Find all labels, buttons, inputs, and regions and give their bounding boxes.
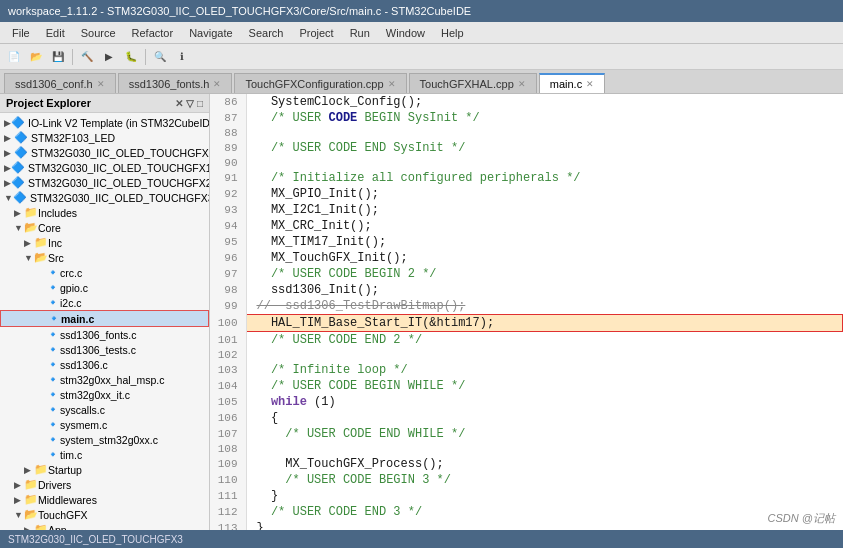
code-table: 86 SystemClock_Config(); 87 /* USER CODE… (210, 94, 843, 536)
sidebar-item-tim[interactable]: 🔹 tim.c (0, 447, 209, 462)
menu-help[interactable]: Help (433, 25, 472, 41)
line-num: 110 (210, 472, 246, 488)
debug-btn[interactable]: 🐛 (121, 47, 141, 67)
search-btn[interactable]: 🔍 (150, 47, 170, 67)
line-code: MX_CRC_Init(); (246, 218, 843, 234)
sidebar-item-fonts[interactable]: 🔹 ssd1306_fonts.c (0, 327, 209, 342)
sidebar-item-hal-msp[interactable]: 🔹 stm32g0xx_hal_msp.c (0, 372, 209, 387)
folder-icon-src: 📂 (34, 251, 48, 264)
sidebar-item-crc[interactable]: 🔹 crc.c (0, 265, 209, 280)
line-num: 101 (210, 332, 246, 349)
line-num: 92 (210, 186, 246, 202)
sidebar-item-g030-1[interactable]: ▶ 🔷 STM32G030_IIC_OLED_TOUCHGFX1 (0, 160, 209, 175)
sidebar-label-g030-2: STM32G030_IIC_OLED_TOUCHGFX2 (28, 177, 210, 189)
sidebar-item-tests[interactable]: 🔹 ssd1306_tests.c (0, 342, 209, 357)
main-layout: Project Explorer ✕ ▽ □ ▶ 🔷 IO-Link V2 Te… (0, 94, 843, 548)
sidebar-item-middlewares[interactable]: ▶ 📁 Middlewares (0, 492, 209, 507)
table-row: 88 (210, 126, 843, 140)
line-num: 104 (210, 378, 246, 394)
menu-project[interactable]: Project (291, 25, 341, 41)
build-btn[interactable]: 🔨 (77, 47, 97, 67)
line-num: 100 (210, 315, 246, 332)
sidebar-item-it[interactable]: 🔹 stm32g0xx_it.c (0, 387, 209, 402)
line-code: MX_I2C1_Init(); (246, 202, 843, 218)
table-row: 94 MX_CRC_Init(); (210, 218, 843, 234)
sidebar-label-gpio: gpio.c (60, 282, 88, 294)
open-btn[interactable]: 📂 (26, 47, 46, 67)
new-btn[interactable]: 📄 (4, 47, 24, 67)
menu-source[interactable]: Source (73, 25, 124, 41)
tabs-row: ssd1306_conf.h ✕ ssd1306_fonts.h ✕ Touch… (0, 70, 843, 94)
tab-ssd1306-conf[interactable]: ssd1306_conf.h ✕ (4, 73, 116, 93)
menu-navigate[interactable]: Navigate (181, 25, 240, 41)
sidebar-item-includes[interactable]: ▶ 📁 Includes (0, 205, 209, 220)
table-row: 91 /* Initialize all configured peripher… (210, 170, 843, 186)
close-tab-ssd1306-conf[interactable]: ✕ (97, 79, 105, 89)
tab-main-c[interactable]: main.c ✕ (539, 73, 605, 93)
line-num: 111 (210, 488, 246, 504)
sidebar-item-gpio[interactable]: 🔹 gpio.c (0, 280, 209, 295)
sidebar-item-inc[interactable]: ▶ 📁 Inc (0, 235, 209, 250)
close-tab-touchgfx-config[interactable]: ✕ (388, 79, 396, 89)
sidebar-label-ssd1306: ssd1306.c (60, 359, 108, 371)
menu-search[interactable]: Search (241, 25, 292, 41)
line-code: /* USER CODE BEGIN WHILE */ (246, 378, 843, 394)
menu-run[interactable]: Run (342, 25, 378, 41)
sidebar-label-fonts: ssd1306_fonts.c (60, 329, 136, 341)
line-code: MX_GPIO_Init(); (246, 186, 843, 202)
sidebar-item-iolink[interactable]: ▶ 🔷 IO-Link V2 Template (in STM32CubeIDE… (0, 115, 209, 130)
menu-edit[interactable]: Edit (38, 25, 73, 41)
run-btn[interactable]: ▶ (99, 47, 119, 67)
status-left: STM32G030_IIC_OLED_TOUCHGFX3 (8, 534, 183, 545)
info-btn[interactable]: ℹ (172, 47, 192, 67)
line-code: /* USER CODE END 2 */ (246, 332, 843, 349)
sidebar-header: Project Explorer ✕ ▽ □ (0, 94, 209, 113)
tab-ssd1306-fonts[interactable]: ssd1306_fonts.h ✕ (118, 73, 233, 93)
sidebar-item-core[interactable]: ▼ 📂 Core (0, 220, 209, 235)
sidebar-item-startup[interactable]: ▶ 📁 Startup (0, 462, 209, 477)
sidebar-item-drivers[interactable]: ▶ 📁 Drivers (0, 477, 209, 492)
line-num: 112 (210, 504, 246, 520)
table-row: 109 MX_TouchGFX_Process(); (210, 456, 843, 472)
line-code (246, 442, 843, 456)
folder-icon-drivers: 📁 (24, 478, 38, 491)
sidebar-item-src[interactable]: ▼ 📂 Src (0, 250, 209, 265)
sidebar-label-drivers: Drivers (38, 479, 71, 491)
menu-window[interactable]: Window (378, 25, 433, 41)
tab-touchgfx-config[interactable]: TouchGFXConfiguration.cpp ✕ (234, 73, 406, 93)
sidebar-tree: ▶ 🔷 IO-Link V2 Template (in STM32CubeIDE… (0, 113, 209, 548)
code-editor[interactable]: 86 SystemClock_Config(); 87 /* USER CODE… (210, 94, 843, 548)
menu-refactor[interactable]: Refactor (124, 25, 182, 41)
close-tab-touchgfx-hal[interactable]: ✕ (518, 79, 526, 89)
title-bar: workspace_1.11.2 - STM32G030_IIC_OLED_TO… (0, 0, 843, 22)
menu-file[interactable]: File (4, 25, 38, 41)
sidebar-item-f103[interactable]: ▶ 🔷 STM32F103_LED (0, 130, 209, 145)
close-tab-ssd1306-fonts[interactable]: ✕ (213, 79, 221, 89)
sidebar-label-iolink: IO-Link V2 Template (in STM32CubeIDE) (28, 117, 210, 129)
line-code: } (246, 488, 843, 504)
sidebar-item-sysmem[interactable]: 🔹 sysmem.c (0, 417, 209, 432)
table-row: 104 /* USER CODE BEGIN WHILE */ (210, 378, 843, 394)
sidebar-item-touchgfx[interactable]: ▼ 📂 TouchGFX (0, 507, 209, 522)
watermark: CSDN @记帖 (768, 511, 835, 526)
close-tab-main-c[interactable]: ✕ (586, 79, 594, 89)
sidebar-item-g030-3[interactable]: ▼ 🔷 STM32G030_IIC_OLED_TOUCHGFX3 (0, 190, 209, 205)
sep1 (72, 49, 73, 65)
sidebar-item-ssd1306[interactable]: 🔹 ssd1306.c (0, 357, 209, 372)
file-icon-gpio: 🔹 (46, 281, 60, 294)
save-btn[interactable]: 💾 (48, 47, 68, 67)
sidebar-label-g030-0: STM32G030_IIC_OLED_TOUCHGFX (31, 147, 209, 159)
tab-touchgfx-hal[interactable]: TouchGFXHAL.cpp ✕ (409, 73, 537, 93)
line-code (246, 348, 843, 362)
sidebar-label-includes: Includes (38, 207, 77, 219)
sidebar-item-system[interactable]: 🔹 system_stm32g0xx.c (0, 432, 209, 447)
line-code: MX_TouchGFX_Init(); (246, 250, 843, 266)
sidebar-item-i2c[interactable]: 🔹 i2c.c (0, 295, 209, 310)
sidebar-label-syscalls: syscalls.c (60, 404, 105, 416)
sidebar-item-main[interactable]: 🔹 main.c (0, 310, 209, 327)
folder-icon-startup: 📁 (34, 463, 48, 476)
folder-icon-inc: 📁 (34, 236, 48, 249)
sidebar-item-g030-2[interactable]: ▶ 🔷 STM32G030_IIC_OLED_TOUCHGFX2 (0, 175, 209, 190)
sidebar-item-g030-0[interactable]: ▶ 🔷 STM32G030_IIC_OLED_TOUCHGFX (0, 145, 209, 160)
sidebar-item-syscalls[interactable]: 🔹 syscalls.c (0, 402, 209, 417)
